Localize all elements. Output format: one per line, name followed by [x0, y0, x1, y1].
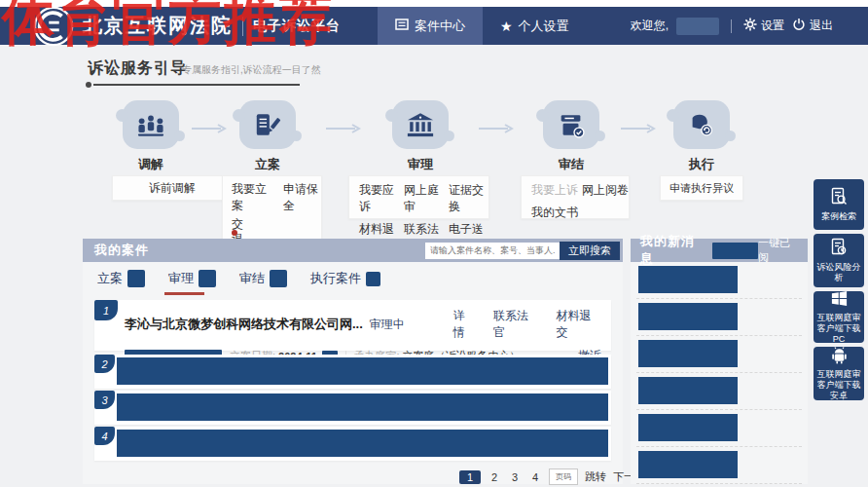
link-respond[interactable]: 我要应诉	[359, 182, 404, 215]
welcome-label: 欢迎您,	[631, 18, 669, 34]
case-content-redacted	[117, 430, 608, 457]
filing-links-card: 我要立案 申请保全 交退费	[222, 175, 322, 240]
case-row-2[interactable]: 2	[94, 355, 611, 389]
messages-header: 我的新消息 一键已阅	[631, 239, 808, 262]
court-logo-icon	[33, 6, 74, 47]
my-cases-title: 我的案件	[94, 242, 149, 259]
page-number-input[interactable]	[549, 468, 578, 485]
case-row-1[interactable]: 1 李沁与北京微梦创科网络技术有限公司网... 审理中 详情 联系法官 材料退交…	[94, 300, 611, 351]
tab-execution-cases[interactable]: 执行案件	[310, 270, 380, 293]
tab-filing-label: 立案	[97, 270, 123, 287]
tab-concluded[interactable]: 审结	[239, 270, 287, 293]
username-redacted	[676, 18, 719, 35]
conclude-links-card: 我要上诉 网上阅卷 我的文书	[521, 175, 630, 219]
navbar-right: 欢迎您, 设置	[631, 18, 868, 35]
case-action-materials[interactable]: 材料退交	[556, 308, 601, 341]
case-row-3[interactable]: 3	[94, 391, 611, 425]
page-3[interactable]: 3	[508, 471, 522, 483]
link-execution-objection[interactable]: 申请执行异议	[669, 181, 734, 196]
case-number-badge: 4	[94, 427, 115, 445]
message-content-redacted	[638, 340, 738, 367]
link-my-documents[interactable]: 我的文书	[531, 205, 582, 221]
settings-label: 设置	[761, 18, 784, 34]
message-count-redacted	[712, 243, 758, 259]
search-button[interactable]: 立即搜索	[560, 242, 620, 260]
nav-personal-settings[interactable]: ★ 个人设置	[483, 7, 587, 45]
case-action-detail[interactable]: 详情	[453, 308, 476, 341]
link-review-files[interactable]: 网上阅卷	[582, 182, 629, 199]
page-jump-button[interactable]: 跳转	[585, 469, 606, 484]
step-trial: 审理	[380, 100, 461, 173]
flow-arrow-icon	[621, 123, 656, 136]
power-icon	[792, 18, 806, 34]
flow-arrow-icon	[192, 123, 227, 136]
page-1[interactable]: 1	[459, 470, 481, 484]
step-filing: 立案	[227, 100, 308, 173]
settings-button[interactable]: 设置	[743, 18, 784, 34]
message-item[interactable]	[636, 373, 802, 410]
message-item[interactable]	[636, 410, 802, 447]
link-evidence[interactable]: 证据交换	[449, 182, 493, 215]
tab-trial[interactable]: 审理	[168, 270, 216, 293]
step-label-execution: 执行	[661, 156, 742, 173]
nav-personal-settings-label: 个人设置	[519, 18, 569, 35]
link-appeal: 我要上诉	[531, 182, 582, 199]
message-content-redacted	[638, 303, 738, 330]
step-mediation: 调解	[110, 100, 192, 173]
tab-trial-label: 审理	[168, 270, 194, 287]
star-icon: ★	[500, 19, 513, 33]
filing-icon	[239, 100, 296, 149]
mediation-links-card: 诉前调解	[112, 175, 233, 201]
case-row-4[interactable]: 4	[94, 427, 611, 461]
case-tabs: 立案 审理 审结 执行案件	[97, 270, 380, 293]
message-item[interactable]	[636, 447, 802, 484]
top-navbar: 北京互联网法院 电子诉讼平台 案件中心 ★ 个人设置 欢迎您	[0, 7, 868, 45]
link-preservation[interactable]: 申请保全	[283, 181, 321, 214]
tool-risk-analysis[interactable]: 诉讼风险分析	[814, 234, 864, 287]
tool-label: 互联网庭审客户端下载PC	[815, 313, 862, 346]
link-file-case[interactable]: 我要立案	[232, 181, 270, 214]
nav-divider	[731, 19, 732, 33]
nav-case-center[interactable]: 案件中心	[378, 7, 483, 45]
message-content-redacted	[638, 266, 738, 293]
mark-all-read-button[interactable]: 一键已阅	[758, 236, 800, 265]
trial-icon	[392, 100, 449, 149]
tool-label: 诉讼风险分析	[815, 262, 862, 284]
link-pre-mediation[interactable]: 诉前调解	[149, 180, 196, 197]
page-2[interactable]: 2	[488, 471, 501, 483]
list-icon	[395, 19, 409, 33]
case-search-icon	[829, 187, 849, 209]
brand-divider	[242, 17, 243, 36]
android-icon	[830, 346, 849, 367]
tool-download-android[interactable]: 互联网庭审客户端下载安卓	[814, 347, 864, 400]
message-item[interactable]	[636, 336, 802, 373]
tool-download-pc[interactable]: 互联网庭审客户端下载PC	[814, 291, 864, 343]
link-online-trial[interactable]: 网上庭审	[404, 182, 449, 215]
tab-concluded-count-redacted	[270, 270, 287, 287]
messages-title: 我的新消息	[640, 233, 706, 268]
logout-label: 退出	[810, 18, 833, 34]
case-search-input[interactable]	[425, 243, 560, 259]
tab-execution-count-redacted	[366, 272, 380, 286]
tab-execution-label: 执行案件	[310, 270, 361, 287]
tool-case-search[interactable]: 案例检索	[814, 179, 864, 230]
message-item[interactable]	[636, 299, 802, 336]
case-content-redacted	[117, 357, 608, 385]
case-status: 审理中	[370, 317, 453, 333]
message-content-redacted	[638, 414, 738, 441]
page-4[interactable]: 4	[528, 471, 542, 483]
message-content-redacted	[638, 377, 738, 404]
flow-arrow-icon	[326, 123, 361, 136]
court-name: 北京互联网法院	[83, 13, 233, 39]
guide-title: 诉讼服务引导	[88, 58, 187, 79]
case-content-redacted	[117, 393, 608, 421]
guide-subtitle: 专属服务指引,诉讼流程一目了然	[182, 63, 321, 77]
case-number-badge: 2	[94, 355, 115, 373]
case-number-badge: 3	[94, 391, 115, 409]
tab-filing[interactable]: 立案	[97, 270, 145, 293]
logout-button[interactable]: 退出	[792, 18, 833, 34]
case-search: 立即搜索	[425, 242, 623, 260]
step-label-conclude: 审结	[530, 156, 612, 173]
gear-icon	[743, 18, 757, 34]
case-action-contact-judge[interactable]: 联系法官	[493, 308, 539, 341]
